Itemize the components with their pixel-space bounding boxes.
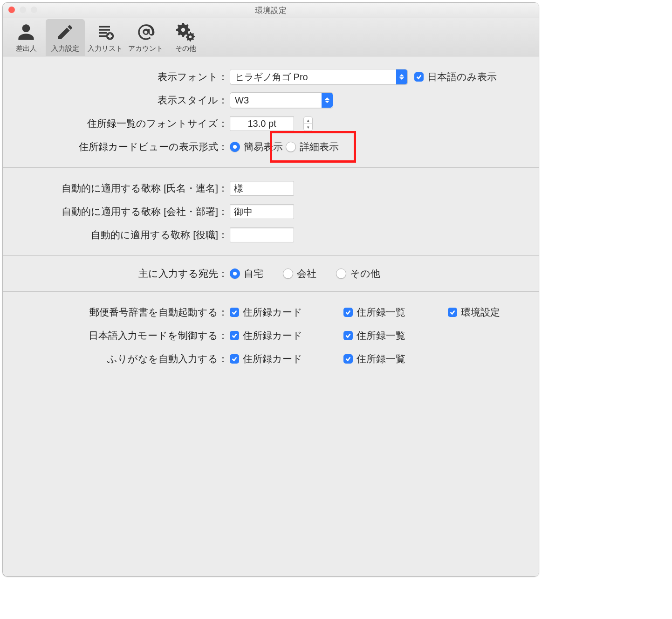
radio-on-icon (230, 268, 240, 279)
stepper-down-icon[interactable]: ▾ (303, 124, 313, 131)
titlebar: 環境設定 (3, 3, 539, 18)
pencil-icon (55, 22, 75, 42)
postal-dict-card-checkbox[interactable]: 住所録カード (230, 306, 318, 319)
check-icon (230, 308, 239, 317)
close-icon[interactable] (8, 7, 15, 13)
honorific-role-input[interactable] (230, 227, 294, 242)
toolbar-item-label: アカウント (128, 44, 163, 53)
honorific-name-label: 自動的に適用する敬称 [氏名・連名]： (16, 182, 230, 195)
check-icon (343, 331, 353, 340)
radio-on-icon (230, 142, 240, 152)
furigana-label: ふりがなを自動入力する： (16, 352, 230, 365)
fontsize-stepper[interactable]: ▴ ▾ (303, 117, 313, 131)
radio-off-icon (286, 142, 296, 152)
postal-dict-label: 郵便番号辞書を自動起動する： (16, 306, 230, 319)
style-select[interactable]: W3 (230, 92, 333, 108)
addressee-section: 主に入力する宛先： 自宅 会社 その他 (3, 256, 539, 291)
check-icon (414, 72, 424, 82)
fontsize-label: 住所録一覧のフォントサイズ： (16, 117, 230, 130)
window-controls (8, 7, 37, 13)
addressee-label: 主に入力する宛先： (16, 267, 230, 280)
check-icon (343, 354, 353, 364)
viewmode-detail-label: 詳細表示 (300, 140, 339, 153)
toolbar-item-list[interactable]: 入力リスト (85, 19, 125, 56)
zoom-icon[interactable] (31, 7, 37, 13)
stepper-up-icon[interactable]: ▴ (303, 117, 313, 124)
viewmode-label: 住所録カードビューの表示形式： (16, 140, 230, 153)
at-icon (136, 22, 156, 42)
toolbar-item-sender[interactable]: 差出人 (7, 19, 46, 56)
font-label: 表示フォント： (16, 70, 230, 83)
radio-off-icon (336, 268, 346, 279)
addressee-home-radio[interactable]: 自宅 (230, 267, 263, 280)
display-section: 表示フォント： ヒラギノ角ゴ Pro 日本語のみ表示 表示スタイル： (3, 56, 539, 167)
toolbar: 差出人 入力設定 入力リスト アカウント その他 (3, 18, 539, 56)
list-add-icon (95, 22, 116, 42)
ime-card-checkbox[interactable]: 住所録カード (230, 329, 318, 342)
check-icon (230, 354, 239, 364)
content: 表示フォント： ヒラギノ角ゴ Pro 日本語のみ表示 表示スタイル： (3, 56, 539, 576)
window-title: 環境設定 (255, 5, 287, 16)
person-icon (16, 22, 36, 42)
furigana-list-checkbox[interactable]: 住所録一覧 (343, 352, 423, 365)
honorific-role-label: 自動的に適用する敬称 [役職]： (16, 228, 230, 241)
toolbar-item-input[interactable]: 入力設定 (46, 19, 85, 56)
fontsize-input[interactable]: 13.0 pt (230, 116, 294, 131)
honorific-company-label: 自動的に適用する敬称 [会社・部署]： (16, 205, 230, 218)
automation-section: 郵便番号辞書を自動起動する： 住所録カード 住所録一覧 環境設定 日本語入力モー… (3, 292, 539, 576)
japanese-only-checkbox[interactable]: 日本語のみ表示 (414, 70, 497, 83)
toolbar-item-account[interactable]: アカウント (125, 19, 166, 56)
font-select-value: ヒラギノ角ゴ Pro (230, 71, 313, 83)
toolbar-item-label: 入力設定 (51, 44, 79, 53)
ime-list-checkbox[interactable]: 住所録一覧 (343, 329, 423, 342)
addressee-other-radio[interactable]: その他 (336, 267, 380, 280)
viewmode-detail-radio[interactable]: 詳細表示 (286, 140, 339, 153)
check-icon (448, 308, 457, 317)
chevron-updown-icon (396, 69, 407, 84)
addressee-other-label: その他 (350, 267, 380, 280)
font-select[interactable]: ヒラギノ角ゴ Pro (230, 69, 408, 85)
japanese-only-label: 日本語のみ表示 (427, 70, 497, 83)
addressee-home-label: 自宅 (244, 267, 263, 280)
furigana-card-checkbox[interactable]: 住所録カード (230, 352, 318, 365)
style-select-value: W3 (230, 95, 254, 106)
preferences-window: 環境設定 差出人 入力設定 入力リスト アカウント (2, 2, 539, 577)
addressee-company-radio[interactable]: 会社 (283, 267, 316, 280)
gears-icon (175, 22, 196, 42)
toolbar-item-label: 入力リスト (88, 44, 123, 53)
radio-off-icon (283, 268, 293, 279)
honorific-section: 自動的に適用する敬称 [氏名・連名]： 様 自動的に適用する敬称 [会社・部署]… (3, 168, 539, 255)
toolbar-item-other[interactable]: その他 (166, 19, 205, 56)
ime-control-label: 日本語入力モードを制御する： (16, 329, 230, 342)
toolbar-item-label: その他 (175, 44, 196, 53)
honorific-company-input[interactable]: 御中 (230, 204, 294, 219)
postal-dict-prefs-checkbox[interactable]: 環境設定 (448, 306, 500, 319)
addressee-company-label: 会社 (297, 267, 316, 280)
chevron-updown-icon (322, 93, 333, 108)
toolbar-item-label: 差出人 (16, 44, 37, 53)
check-icon (230, 331, 239, 340)
postal-dict-list-checkbox[interactable]: 住所録一覧 (343, 306, 423, 319)
check-icon (343, 308, 353, 317)
honorific-name-input[interactable]: 様 (230, 181, 294, 196)
viewmode-simple-radio[interactable]: 簡易表示 (230, 140, 283, 153)
viewmode-simple-label: 簡易表示 (244, 140, 283, 153)
minimize-icon[interactable] (20, 7, 26, 13)
style-label: 表示スタイル： (16, 94, 230, 107)
